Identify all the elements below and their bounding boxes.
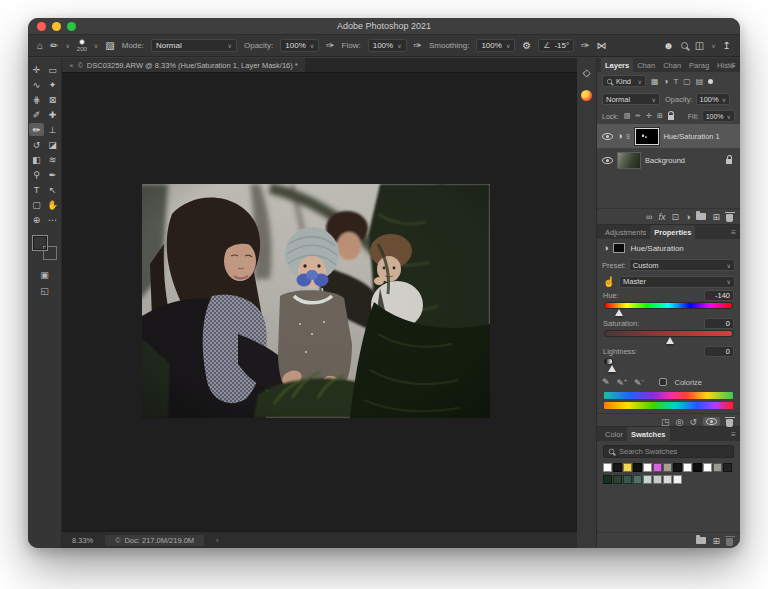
color-swatch[interactable] bbox=[663, 463, 672, 472]
brush-tool[interactable]: ✏ bbox=[29, 123, 44, 136]
gradient-tool[interactable]: ◧ bbox=[29, 153, 44, 166]
preset-select[interactable]: Custom ∨ bbox=[629, 259, 735, 271]
document-tab[interactable]: × © DSC03259.ARW @ 8.33% (Hue/Saturation… bbox=[62, 58, 305, 72]
color-swatch[interactable] bbox=[603, 475, 612, 484]
delete-swatch-icon[interactable] bbox=[726, 538, 733, 546]
opacity-select[interactable]: 100% ∨ bbox=[280, 39, 319, 52]
healing-brush-tool[interactable]: ✚ bbox=[45, 108, 60, 121]
mask-link-icon[interactable]: ∞ bbox=[625, 134, 632, 139]
lock-transparency-icon[interactable]: ▨ bbox=[624, 112, 631, 120]
account-icon[interactable]: ☻ bbox=[663, 41, 674, 51]
lasso-tool[interactable]: ∿ bbox=[29, 78, 44, 91]
new-swatch-icon[interactable]: ⊞ bbox=[712, 536, 720, 546]
filter-type-layers-icon[interactable]: T bbox=[673, 77, 678, 86]
panel-menu-icon[interactable]: ≡ bbox=[731, 225, 736, 239]
subtract-from-sample-eyedropper-icon[interactable]: ✎− bbox=[634, 377, 644, 388]
color-swatch[interactable] bbox=[613, 463, 622, 472]
saturation-slider-thumb[interactable] bbox=[666, 337, 674, 344]
tab-properties[interactable]: Properties bbox=[650, 225, 695, 239]
smoothing-gear-icon[interactable]: ⚙ bbox=[522, 41, 531, 51]
color-swatch[interactable] bbox=[653, 463, 662, 472]
eyedropper-icon[interactable]: ✎ bbox=[602, 377, 610, 387]
channel-select[interactable]: Master ∨ bbox=[619, 276, 735, 288]
close-window-button[interactable] bbox=[37, 22, 46, 31]
pressure-size-icon[interactable]: ✑ bbox=[581, 41, 589, 51]
lock-paint-icon[interactable]: ✏ bbox=[635, 112, 641, 120]
tab-layers[interactable]: Layers bbox=[601, 58, 633, 72]
tab-paths[interactable]: Chan bbox=[659, 58, 685, 72]
family-photo[interactable] bbox=[142, 184, 490, 418]
delete-adjustment-icon[interactable] bbox=[726, 419, 733, 427]
close-tab-icon[interactable]: × bbox=[69, 61, 74, 70]
color-swatch[interactable] bbox=[673, 475, 682, 484]
new-swatch-group-icon[interactable] bbox=[696, 537, 706, 544]
smoothing-select[interactable]: 100% ∨ bbox=[476, 39, 515, 52]
shape-tool[interactable]: ▢ bbox=[29, 198, 44, 211]
tab-swatches[interactable]: Swatches bbox=[627, 427, 670, 441]
home-icon[interactable]: ⌂ bbox=[37, 41, 43, 51]
lock-position-icon[interactable]: ✛ bbox=[646, 112, 652, 120]
airbrush-icon[interactable]: ✑ bbox=[414, 41, 422, 51]
color-swatch[interactable] bbox=[633, 463, 642, 472]
color-swatch[interactable] bbox=[643, 475, 652, 484]
search-icon[interactable] bbox=[681, 42, 688, 49]
blend-mode-select[interactable]: Normal ∨ bbox=[151, 39, 237, 52]
zoom-level-field[interactable]: 8.33% bbox=[72, 536, 93, 545]
lock-all-icon[interactable] bbox=[668, 115, 674, 120]
brush-preset-icon[interactable]: ✏ bbox=[50, 41, 58, 51]
color-swatch[interactable] bbox=[643, 463, 652, 472]
pressure-opacity-icon[interactable]: ✑ bbox=[326, 41, 334, 51]
clone-stamp-tool[interactable]: ⊥ bbox=[45, 123, 60, 136]
color-swatch[interactable] bbox=[603, 463, 612, 472]
flow-select[interactable]: 100% ∨ bbox=[368, 39, 407, 52]
brush-angle-field[interactable]: ∠ -15° bbox=[538, 39, 574, 52]
layer-thumbnail[interactable] bbox=[617, 152, 641, 169]
color-swatch[interactable] bbox=[653, 475, 662, 484]
color-swatch[interactable] bbox=[623, 463, 632, 472]
targeted-adjustment-icon[interactable]: ☝ bbox=[602, 276, 616, 287]
share-icon[interactable]: ↥ bbox=[723, 41, 731, 51]
color-swatch[interactable] bbox=[703, 463, 712, 472]
layer-opacity-select[interactable]: 100% ∨ bbox=[696, 93, 731, 105]
panel-menu-icon[interactable]: ≡ bbox=[731, 58, 736, 72]
dodge-tool[interactable]: ⚲ bbox=[29, 168, 44, 181]
color-swatch[interactable] bbox=[683, 463, 692, 472]
move-tool[interactable]: ✛ bbox=[29, 63, 44, 76]
layer-row-hue-saturation[interactable]: ◑ ∞ Hue/Saturation 1 bbox=[597, 124, 740, 148]
marquee-tool[interactable]: ▭ bbox=[45, 63, 60, 76]
hue-slider[interactable] bbox=[604, 302, 733, 309]
new-layer-icon[interactable]: ⊞ bbox=[712, 212, 720, 222]
symmetry-icon[interactable]: ⋈ bbox=[597, 41, 607, 51]
layer-visibility-icon[interactable] bbox=[602, 157, 613, 164]
crop-tool[interactable]: ⋕ bbox=[29, 93, 44, 106]
path-selection-tool[interactable]: ↖ bbox=[45, 183, 60, 196]
color-swatch[interactable] bbox=[623, 475, 632, 484]
filter-pixel-layers-icon[interactable]: ▦ bbox=[651, 77, 659, 86]
delete-layer-icon[interactable] bbox=[726, 214, 733, 222]
toggle-visibility-icon[interactable] bbox=[703, 417, 720, 426]
color-swatch[interactable] bbox=[723, 463, 732, 472]
zoom-window-button[interactable] bbox=[67, 22, 76, 31]
tab-color[interactable]: Color bbox=[601, 427, 627, 441]
title-bar[interactable]: Adobe Photoshop 2021 bbox=[28, 18, 740, 35]
frame-tool[interactable]: ⊠ bbox=[45, 93, 60, 106]
tab-channels[interactable]: Chan bbox=[633, 58, 659, 72]
tab-actions[interactable]: Actio bbox=[738, 58, 740, 72]
blur-tool[interactable]: ≋ bbox=[45, 153, 60, 166]
color-wheel-panel-icon[interactable] bbox=[580, 88, 594, 102]
eyedropper-tool[interactable]: ✐ bbox=[29, 108, 44, 121]
new-adjustment-layer-icon[interactable]: ◑ bbox=[685, 212, 690, 222]
swatch-search-input[interactable] bbox=[619, 447, 729, 456]
add-layer-mask-icon[interactable]: ⊡ bbox=[671, 212, 679, 222]
workspace-switcher-icon[interactable]: ◫ bbox=[695, 41, 704, 51]
new-group-icon[interactable] bbox=[696, 213, 706, 220]
layer-row-background[interactable]: Background bbox=[597, 148, 740, 172]
canvas[interactable] bbox=[62, 73, 577, 531]
minimize-window-button[interactable] bbox=[52, 22, 61, 31]
brush-preset-picker[interactable]: 200 bbox=[77, 39, 87, 52]
saturation-slider[interactable] bbox=[604, 330, 733, 337]
status-options-icon[interactable]: › bbox=[216, 536, 219, 545]
color-swatch[interactable] bbox=[673, 463, 682, 472]
filter-smart-objects-icon[interactable]: ▤ bbox=[696, 77, 704, 86]
hue-slider-thumb[interactable] bbox=[615, 309, 623, 316]
